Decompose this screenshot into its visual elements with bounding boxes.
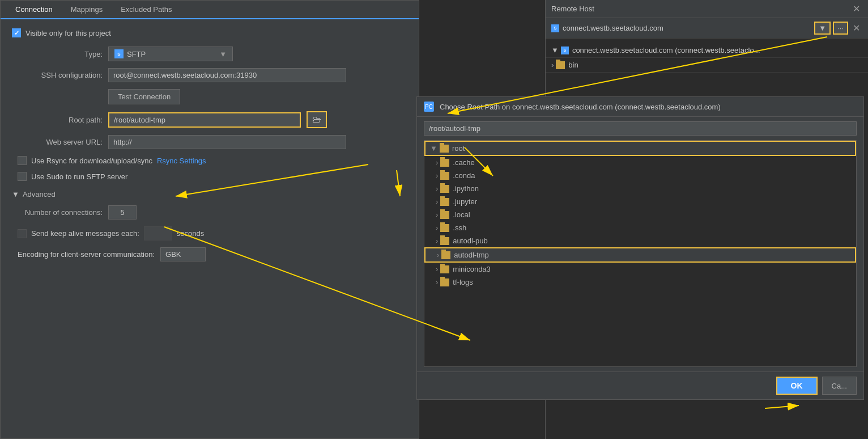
miniconda3-label: miniconda3 <box>453 265 491 273</box>
ssh-label: .ssh <box>453 223 466 232</box>
encoding-row: Encoding for client-server communication… <box>18 247 407 261</box>
ssh-input[interactable] <box>108 68 346 82</box>
server-more-button[interactable]: ··· <box>833 22 848 35</box>
root-path-row: Root path: 🗁 <box>12 111 407 128</box>
type-dropdown-arrow: ▼ <box>219 50 227 58</box>
remote-close-button[interactable]: ✕ <box>850 3 862 14</box>
remote-title: Remote Host <box>551 5 594 13</box>
ssh-folder-icon <box>440 224 449 232</box>
root-path-label: Root path: <box>12 116 103 124</box>
jupyter-folder-icon <box>440 198 449 206</box>
ipython-folder-icon <box>440 185 449 193</box>
bin-folder-icon <box>556 61 565 69</box>
conda-label: .conda <box>453 171 475 180</box>
bin-expand: › <box>551 61 554 69</box>
sudo-row: Use Sudo to run SFTP server <box>18 172 407 181</box>
server-name: connect.westb.seetacloud.com <box>563 24 663 32</box>
root-label: root <box>452 144 465 153</box>
autodl-pub-item[interactable]: › autodl-pub <box>424 234 856 247</box>
visible-project-row: Visible only for this project <box>12 28 407 37</box>
jupyter-arrow: › <box>436 197 438 206</box>
advanced-header[interactable]: ▼ Advanced <box>12 190 407 199</box>
local-item[interactable]: › .local <box>424 208 856 221</box>
encoding-label: Encoding for client-server communication… <box>18 250 155 259</box>
rsync-label: Use Rsync for download/upload/sync <box>31 157 152 165</box>
connections-input[interactable] <box>108 205 137 220</box>
keepalive-input[interactable] <box>144 226 172 240</box>
choose-footer: OK Ca... <box>417 372 863 399</box>
seconds-label: seconds <box>177 229 204 238</box>
ipython-item[interactable]: › .ipython <box>424 182 856 195</box>
remote-header: Remote Host ✕ <box>546 0 868 18</box>
dialog-content: Visible only for this project Type: S SF… <box>1 19 419 271</box>
autodl-tmp-item[interactable]: › autodl-tmp <box>424 247 856 263</box>
connection-dialog: Connection Mappings Excluded Paths Visib… <box>0 0 419 439</box>
cache-item[interactable]: › .cache <box>424 156 856 169</box>
sudo-label: Use Sudo to run SFTP server <box>31 172 127 181</box>
local-label: .local <box>453 210 470 219</box>
ok-button[interactable]: OK <box>776 377 818 395</box>
rsync-settings-link[interactable]: Rsync Settings <box>157 157 206 165</box>
root-path-input[interactable] <box>108 112 301 128</box>
server-close-button[interactable]: ✕ <box>850 23 862 33</box>
autodl-pub-arrow: › <box>436 237 438 245</box>
tab-mappings[interactable]: Mappings <box>62 1 112 19</box>
visible-project-checkbox[interactable] <box>12 28 21 37</box>
miniconda3-arrow: › <box>436 265 438 273</box>
server-icon: S <box>561 47 569 54</box>
jupyter-item[interactable]: › .jupyter <box>424 195 856 208</box>
sudo-checkbox[interactable] <box>18 172 27 181</box>
choose-header: PC Choose Root Path on connect.westb.see… <box>417 97 863 117</box>
choose-root-dialog: PC Choose Root Path on connect.westb.see… <box>416 96 864 400</box>
miniconda3-item[interactable]: › miniconda3 <box>424 263 856 276</box>
type-value: SFTP <box>127 50 146 58</box>
root-item[interactable]: ▼ root <box>424 141 856 156</box>
server-tree-root[interactable]: ▼ S connect.westb.seetacloud.com (connec… <box>546 43 868 58</box>
cancel-button[interactable]: Ca... <box>822 377 857 395</box>
tf-logs-item[interactable]: › tf-logs <box>424 276 856 289</box>
cache-label: .cache <box>453 158 474 167</box>
tab-connection[interactable]: Connection <box>6 1 62 19</box>
type-select[interactable]: S SFTP ▼ <box>108 47 233 61</box>
type-label: Type: <box>12 50 103 58</box>
local-folder-icon <box>440 211 449 219</box>
visible-project-label: Visible only for this project <box>25 29 111 37</box>
server-dropdown-button[interactable]: ▼ <box>814 22 831 35</box>
choose-body: ▼ root › .cache › .conda › .ipython <box>417 117 863 372</box>
conda-arrow: › <box>436 171 438 180</box>
autodl-tmp-arrow: › <box>437 251 439 259</box>
sftp-icon: S <box>114 49 124 58</box>
cache-folder-icon <box>440 159 449 167</box>
advanced-label: Advanced <box>23 190 56 199</box>
root-label-text: Root path: <box>69 116 103 124</box>
file-tree: ▼ root › .cache › .conda › .ipython <box>424 140 857 367</box>
path-input[interactable] <box>424 121 857 136</box>
server-tree-label: connect.westb.seetacloud.com (connect.we… <box>572 46 760 54</box>
choose-dialog-title: Choose Root Path on connect.westb.seetac… <box>440 103 721 111</box>
tf-logs-folder-icon <box>440 278 449 286</box>
miniconda3-folder-icon <box>440 265 449 273</box>
keepalive-checkbox[interactable] <box>18 229 27 238</box>
local-arrow: › <box>436 210 438 219</box>
rsync-checkbox[interactable] <box>18 156 27 165</box>
advanced-section: ▼ Advanced Number of connections: Send k… <box>12 190 407 261</box>
test-connection-button[interactable]: Test Connection <box>108 89 180 104</box>
web-server-row: Web server URL: <box>12 135 407 149</box>
autodl-tmp-folder-icon <box>441 251 450 259</box>
conda-item[interactable]: › .conda <box>424 169 856 182</box>
tf-logs-label: tf-logs <box>453 278 473 286</box>
expand-icon: ▼ <box>551 46 559 54</box>
ssh-arrow: › <box>436 223 438 232</box>
browse-folder-button[interactable]: 🗁 <box>307 111 327 128</box>
encoding-select[interactable]: GBK <box>160 247 206 261</box>
advanced-arrow: ▼ <box>12 190 19 199</box>
ssh-item[interactable]: › .ssh <box>424 221 856 234</box>
ipython-arrow: › <box>436 184 438 193</box>
connections-row: Number of connections: <box>12 205 407 220</box>
bin-row[interactable]: › bin <box>546 58 868 73</box>
web-server-input[interactable] <box>108 135 346 149</box>
bin-label: bin <box>568 61 578 69</box>
server-row: S connect.westb.seetacloud.com ▼ ··· ✕ <box>546 18 868 39</box>
tab-excluded-paths[interactable]: Excluded Paths <box>112 1 181 19</box>
tab-bar: Connection Mappings Excluded Paths <box>1 1 419 19</box>
